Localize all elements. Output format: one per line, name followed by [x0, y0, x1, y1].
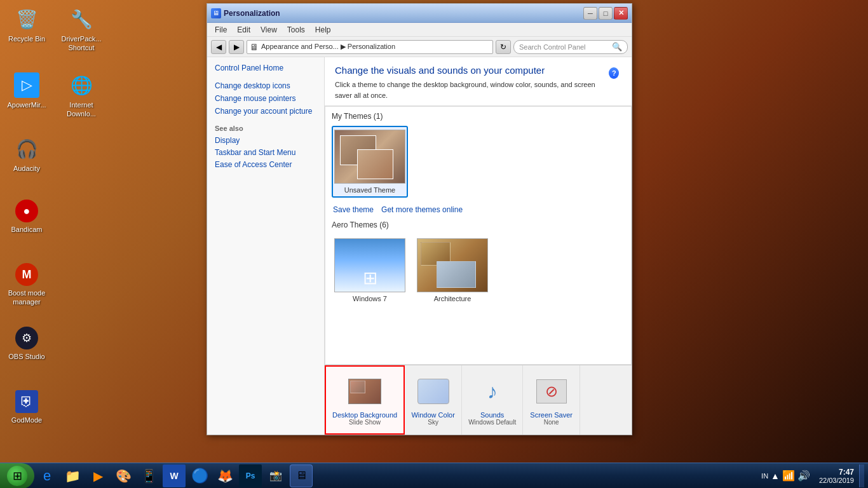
volume-icon[interactable]: 🔊 — [797, 470, 810, 482]
architecture-theme-label: Architecture — [434, 295, 471, 302]
desktop: 🗑️ Recycle Bin 🔧 DriverPack... Shortcut … — [0, 0, 868, 488]
my-themes-row: Unsaved Theme — [332, 126, 625, 198]
screen-saver-label[interactable]: Screen Saver — [530, 411, 573, 419]
menu-help[interactable]: Help — [310, 24, 336, 36]
taskbar-word-icon[interactable]: W — [163, 464, 186, 487]
themes-area: My Themes (1) Unsaved Theme Save theme G… — [325, 106, 632, 365]
window-color-label[interactable]: Window Color — [411, 411, 454, 419]
save-theme-row: Save theme Get more themes online — [332, 205, 625, 214]
taskbar-wmp-icon[interactable]: ▶ — [86, 464, 109, 487]
personalization-description: Click a theme to change the desktop back… — [335, 79, 606, 100]
apowermirror-icon: ▷ — [14, 72, 39, 98]
clock[interactable]: 7:47 22/03/2019 — [814, 463, 859, 488]
save-theme-link[interactable]: Save theme — [333, 205, 374, 214]
taskbar: ⊞ e 📁 ▶ 🎨 📱 W 🔵 🦊 Ps 📸 🖥 IN ▲ 📶 🔊 7:47 2… — [0, 463, 868, 488]
sounds-item[interactable]: ♪ Sounds Windows Default — [462, 365, 523, 435]
forward-button[interactable]: ▶ — [229, 40, 244, 54]
window-title: Personalization — [224, 9, 582, 18]
audacity-icon: 🎧 — [14, 136, 39, 161]
menu-bar: File Edit View Tools Help — [207, 23, 632, 37]
aero-themes-title: Aero Themes (6) — [332, 220, 625, 229]
taskbar-greenshot-icon[interactable]: 📸 — [264, 464, 287, 487]
screen-saver-item[interactable]: Screen Saver None — [523, 365, 580, 435]
windows7-theme-label: Windows 7 — [353, 295, 387, 302]
help-button[interactable]: ? — [609, 67, 619, 79]
window-color-item[interactable]: Window Color Sky — [405, 365, 462, 435]
language-indicator[interactable]: IN — [761, 472, 768, 480]
boost-mode-label: Boost mode manager — [4, 288, 50, 307]
sidebar-change-mouse-pointers[interactable]: Change mouse pointers — [215, 94, 316, 103]
back-button[interactable]: ◀ — [211, 40, 226, 54]
desktop-background-sublabel: Slide Show — [349, 419, 381, 426]
sidebar: Control Panel Home Change desktop icons … — [207, 57, 325, 435]
internet-download-label: Internet Downlo... — [58, 100, 104, 119]
recycle-bin-icon: 🗑️ — [14, 6, 39, 32]
desktop-icon-recycle-bin[interactable]: 🗑️ Recycle Bin — [1, 4, 52, 46]
desktop-icon-driverpack[interactable]: 🔧 DriverPack... Shortcut — [56, 4, 107, 55]
personalization-heading: Change the visuals and sounds on your co… — [335, 65, 606, 76]
maximize-button[interactable]: □ — [599, 7, 613, 20]
desktop-background-icon — [348, 379, 381, 404]
menu-edit[interactable]: Edit — [232, 24, 255, 36]
windows-orb: ⊞ — [7, 466, 27, 486]
menu-tools[interactable]: Tools — [282, 24, 310, 36]
obs-studio-icon: ⚙ — [15, 327, 38, 349]
boost-mode-icon: M — [15, 263, 38, 286]
desktop-icon-godmode[interactable]: ⛨ GodMode — [1, 388, 52, 427]
sidebar-display[interactable]: Display — [215, 136, 316, 145]
start-button[interactable]: ⊞ — [0, 463, 34, 489]
window-color-sublabel: Sky — [428, 419, 438, 426]
desktop-icon-apowermirror[interactable]: ▷ ApowerMir... — [1, 70, 52, 112]
sidebar-change-account-picture[interactable]: Change your account picture — [215, 107, 316, 116]
sounds-icon: ♪ — [487, 380, 498, 403]
taskbar-explorer-icon[interactable]: 📁 — [61, 464, 84, 487]
desktop-icon-obs-studio[interactable]: ⚙ OBS Studio — [1, 324, 52, 363]
control-panel-window: 🖥 Personalization ─ □ ✕ File Edit View T… — [207, 3, 632, 435]
taskbar-paint-icon[interactable]: 🎨 — [112, 464, 135, 487]
screen-saver-icon-container — [534, 374, 569, 409]
recycle-bin-label: Recycle Bin — [8, 34, 45, 43]
desktop-icon-boost-mode[interactable]: M Boost mode manager — [1, 261, 52, 309]
sidebar-ease-of-access[interactable]: Ease of Access Center — [215, 160, 316, 169]
architecture-theme-item[interactable]: Architecture — [414, 234, 491, 306]
system-tray: IN ▲ 📶 🔊 — [757, 470, 814, 482]
bandicam-icon: ● — [15, 200, 38, 222]
close-button[interactable]: ✕ — [614, 7, 628, 20]
address-bar: ◀ ▶ 🖥 Appearance and Perso... ▶ Personal… — [207, 37, 632, 57]
taskbar-photoshop-icon[interactable]: Ps — [239, 464, 262, 487]
apowermirror-label: ApowerMir... — [7, 100, 46, 109]
search-placeholder: Search Control Panel — [519, 43, 609, 51]
desktop-background-item[interactable]: Desktop Background Slide Show — [325, 365, 405, 435]
taskbar-firefox-icon[interactable]: 🦊 — [214, 464, 236, 487]
desktop-icon-audacity[interactable]: 🎧 Audacity — [1, 133, 52, 175]
folder-icon: 🖥 — [250, 42, 259, 52]
minimize-button[interactable]: ─ — [583, 7, 597, 20]
sounds-label[interactable]: Sounds — [480, 411, 504, 419]
taskbar-ie-icon[interactable]: e — [36, 464, 58, 487]
unsaved-theme-item[interactable]: Unsaved Theme — [332, 126, 408, 198]
driverpack-label: DriverPack... Shortcut — [58, 34, 104, 53]
taskbar-tablet-icon[interactable]: 📱 — [137, 464, 160, 487]
search-box[interactable]: Search Control Panel 🔍 — [513, 40, 628, 54]
taskbar-control-panel-icon[interactable]: 🖥 — [290, 464, 313, 487]
bandicam-label: Bandicam — [11, 225, 43, 234]
tray-arrow[interactable]: ▲ — [771, 471, 780, 481]
menu-view[interactable]: View — [255, 24, 282, 36]
obs-studio-label: OBS Studio — [8, 352, 44, 361]
desktop-background-label[interactable]: Desktop Background — [332, 411, 397, 419]
sidebar-taskbar-start-menu[interactable]: Taskbar and Start Menu — [215, 148, 316, 157]
sidebar-control-panel-home[interactable]: Control Panel Home — [215, 64, 316, 72]
taskbar-chrome-icon[interactable]: 🔵 — [188, 464, 211, 487]
sounds-icon-container: ♪ — [475, 374, 510, 409]
windows7-theme-item[interactable]: Windows 7 — [332, 234, 408, 306]
desktop-icon-bandicam[interactable]: ● Bandicam — [1, 197, 52, 236]
refresh-button[interactable]: ↻ — [496, 40, 511, 54]
get-more-themes-link[interactable]: Get more themes online — [381, 205, 463, 214]
window-icon: 🖥 — [211, 8, 221, 18]
sidebar-change-desktop-icons[interactable]: Change desktop icons — [215, 81, 316, 90]
show-desktop-button[interactable] — [859, 464, 864, 487]
desktop-icon-internet-download[interactable]: 🌐 Internet Downlo... — [56, 70, 107, 121]
menu-file[interactable]: File — [210, 24, 232, 36]
screen-saver-icon — [536, 379, 567, 403]
window-color-icon-container — [416, 374, 451, 409]
